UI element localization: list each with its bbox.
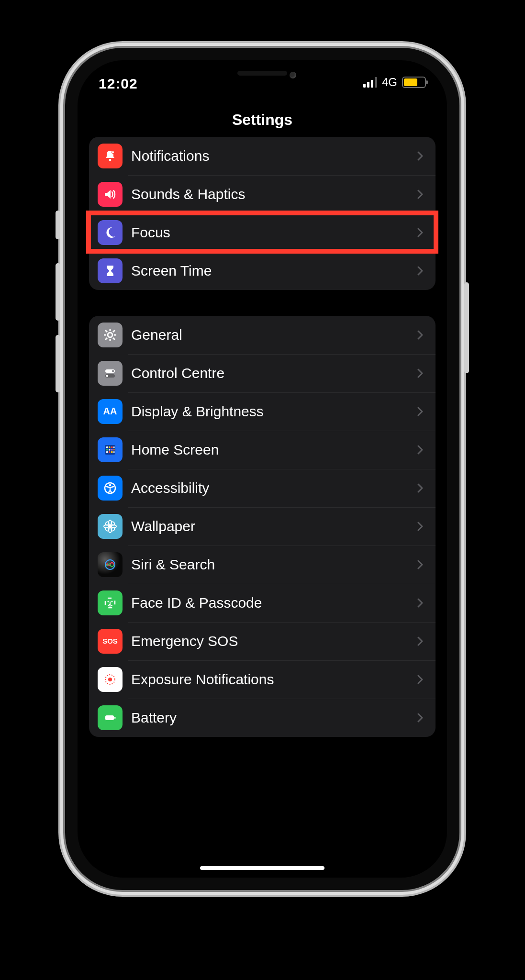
settings-row-sounds[interactable]: Sounds & Haptics [89, 175, 436, 213]
row-label: Wallpaper [123, 518, 416, 535]
volume-up[interactable] [56, 263, 60, 321]
chevron-right-icon [416, 560, 424, 569]
hourglass-icon [98, 258, 123, 283]
siri-icon [98, 552, 123, 577]
battery-icon [402, 77, 426, 88]
settings-row-general[interactable]: General [89, 316, 436, 354]
gear-icon [98, 323, 123, 347]
row-label: Exposure Notifications [123, 671, 416, 688]
speaker-icon [98, 182, 123, 207]
network-label: 4G [382, 76, 397, 89]
accessibility-icon [98, 476, 123, 501]
chevron-right-icon [416, 522, 424, 531]
faceid-icon [98, 590, 123, 615]
settings-row-homescreen[interactable]: Home Screen [89, 431, 436, 469]
settings-row-battery[interactable]: Battery [89, 699, 436, 737]
moon-icon [98, 220, 123, 245]
settings-row-controlcentre[interactable]: Control Centre [89, 354, 436, 392]
chevron-right-icon [416, 368, 424, 378]
battery-icon [98, 705, 123, 730]
row-label: Home Screen [123, 442, 416, 458]
exposure-icon [98, 667, 123, 692]
settings-row-wallpaper[interactable]: Wallpaper [89, 507, 436, 546]
row-label: Control Centre [123, 365, 416, 381]
chevron-right-icon [416, 330, 424, 340]
volume-down[interactable] [56, 335, 60, 392]
phone-frame: 12:02 4G Settings NotificationsSounds & … [65, 48, 459, 890]
screen: 12:02 4G Settings NotificationsSounds & … [78, 60, 447, 878]
settings-row-notifications[interactable]: Notifications [89, 137, 436, 175]
signal-icon [363, 77, 377, 88]
home-indicator[interactable] [200, 866, 324, 870]
row-label: Accessibility [123, 480, 416, 496]
status-time: 12:02 [99, 76, 138, 92]
row-label: Focus [123, 224, 416, 241]
chevron-right-icon [416, 598, 424, 608]
settings-row-siri[interactable]: Siri & Search [89, 546, 436, 584]
chevron-right-icon [416, 151, 424, 161]
settings-list[interactable]: NotificationsSounds & HapticsFocusScreen… [78, 137, 447, 878]
settings-row-screentime[interactable]: Screen Time [89, 252, 436, 290]
settings-row-display[interactable]: Display & Brightness [89, 392, 436, 431]
row-label: Siri & Search [123, 557, 416, 573]
toggles-icon [98, 361, 123, 386]
chevron-right-icon [416, 483, 424, 493]
settings-group: NotificationsSounds & HapticsFocusScreen… [89, 137, 436, 290]
row-label: Face ID & Passcode [123, 595, 416, 611]
row-label: General [123, 327, 416, 343]
settings-row-exposure[interactable]: Exposure Notifications [89, 660, 436, 699]
page-title: Settings [78, 108, 447, 140]
settings-row-sos[interactable]: Emergency SOS [89, 622, 436, 660]
row-label: Battery [123, 710, 416, 726]
chevron-right-icon [416, 636, 424, 646]
row-label: Notifications [123, 148, 416, 164]
aa-icon [98, 399, 123, 424]
settings-group: GeneralControl CentreDisplay & Brightnes… [89, 316, 436, 737]
row-label: Sounds & Haptics [123, 186, 416, 202]
settings-row-accessibility[interactable]: Accessibility [89, 469, 436, 507]
notch [183, 60, 341, 88]
chevron-right-icon [416, 228, 424, 237]
chevron-right-icon [416, 189, 424, 199]
row-label: Emergency SOS [123, 633, 416, 649]
mute-switch[interactable] [56, 211, 60, 239]
sos-icon [98, 629, 123, 654]
settings-row-focus[interactable]: Focus [89, 213, 436, 252]
bell-icon [98, 144, 123, 168]
flower-icon [98, 514, 123, 539]
power-button[interactable] [464, 282, 469, 373]
chevron-right-icon [416, 675, 424, 684]
chevron-right-icon [416, 266, 424, 276]
settings-row-faceid[interactable]: Face ID & Passcode [89, 584, 436, 622]
grid-icon [98, 437, 123, 462]
chevron-right-icon [416, 445, 424, 455]
chevron-right-icon [416, 407, 424, 416]
row-label: Display & Brightness [123, 403, 416, 420]
row-label: Screen Time [123, 263, 416, 279]
chevron-right-icon [416, 713, 424, 723]
